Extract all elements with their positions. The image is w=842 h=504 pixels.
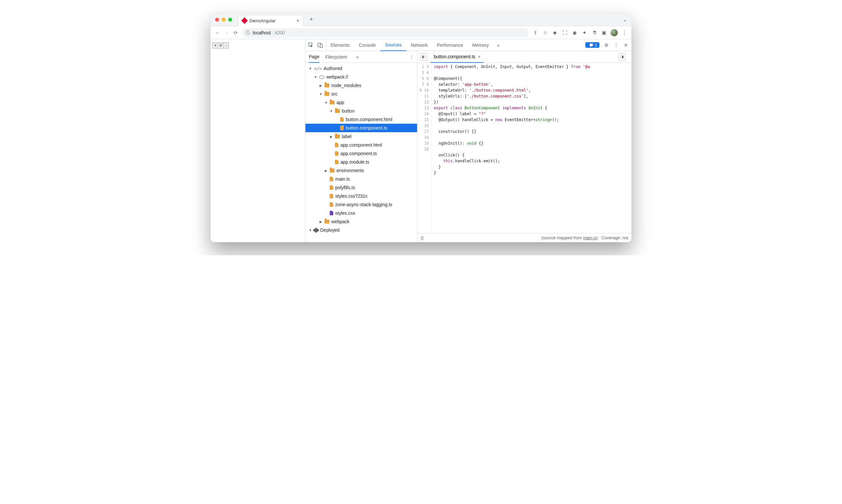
toggle-debugger-icon[interactable]: ◨ (619, 53, 626, 60)
close-window-icon[interactable] (215, 18, 219, 22)
settings-icon[interactable]: ⚙ (603, 42, 609, 48)
share-icon[interactable]: ⇪ (532, 30, 539, 36)
tree-item-label: Deployed (320, 228, 340, 233)
traffic-lights (215, 18, 232, 22)
device-toolbar-icon[interactable] (317, 42, 323, 48)
tree-webpack-folder[interactable]: ▶ webpack (305, 217, 417, 226)
editor-tab[interactable]: button.component.ts × (430, 51, 484, 63)
coverage-label: Coverage: n/a (602, 235, 628, 240)
tree-item-label: webpack (331, 219, 349, 224)
tree-button-component-html[interactable]: button.component.html (305, 115, 417, 124)
tree-node-modules[interactable]: ▶ node_modules (305, 81, 417, 90)
sources-panel: Page Filesystem » ⋮ ▼ </> Authored ▼ web… (305, 51, 631, 242)
tree-item-label: app.component.ts (340, 151, 377, 156)
tab-performance[interactable]: Performance (432, 39, 467, 51)
file-icon (330, 194, 333, 198)
tree-item-label: label (342, 134, 352, 139)
tree-item-label: src (331, 91, 338, 96)
tree-app-component-ts[interactable]: app.component.ts (305, 149, 417, 158)
file-icon (330, 185, 333, 190)
minimize-window-icon[interactable] (222, 18, 226, 22)
tree-item-label: button (342, 108, 355, 113)
nav-more-icon[interactable]: » (355, 54, 360, 60)
folder-icon (324, 84, 329, 87)
code-editor[interactable]: import { Component, OnInit, Input, Outpu… (432, 63, 631, 233)
disclosure-icon: ▼ (319, 92, 322, 96)
extension-icon-3[interactable]: ◉ (571, 30, 578, 36)
folder-icon (324, 220, 329, 223)
tree-app[interactable]: ▼ app (305, 98, 417, 107)
disclosure-icon: ▼ (309, 67, 312, 70)
maximize-window-icon[interactable] (228, 18, 232, 22)
tree-item-label: button.component.ts (346, 125, 387, 130)
nav-tab-filesystem[interactable]: Filesystem (325, 51, 347, 62)
close-tab-icon[interactable]: × (297, 18, 299, 23)
browser-tab-title: DemoAngular (249, 18, 276, 23)
tree-environments[interactable]: ▶ environments (305, 166, 417, 175)
sidepanel-icon[interactable]: ▣ (601, 30, 607, 36)
window-collapse-icon[interactable]: ⌄ (623, 17, 627, 22)
tree-styles-css[interactable]: styles.css (305, 209, 417, 217)
tab-memory[interactable]: Memory (468, 39, 494, 51)
bookmark-icon[interactable]: ☆ (542, 30, 548, 36)
disclosure-icon: ▼ (314, 75, 317, 79)
browser-tab[interactable]: DemoAngular × (238, 15, 303, 26)
reload-button[interactable]: ⟳ (233, 30, 239, 35)
tree-src[interactable]: ▼ src (305, 90, 417, 98)
minus-button[interactable]: - (223, 42, 229, 49)
disclosure-icon: ▶ (319, 84, 322, 87)
more-tabs-icon[interactable]: » (495, 42, 501, 48)
tab-network[interactable]: Network (406, 39, 432, 51)
tree-webpack-origin[interactable]: ▼ webpack:// (305, 73, 417, 81)
close-editor-tab-icon[interactable]: × (478, 54, 481, 59)
disclosure-icon: ▶ (324, 169, 328, 173)
profile-avatar[interactable] (611, 29, 618, 36)
tree-button-folder[interactable]: ▼ button (305, 107, 417, 115)
tree-zone[interactable]: zone-async-stack-tagging.ts (305, 200, 417, 209)
deployed-icon (312, 228, 320, 233)
tree-authored[interactable]: ▼ </> Authored (305, 64, 417, 73)
tree-label-folder[interactable]: ▶ label (305, 132, 417, 141)
tree-item-label: app.module.ts (340, 159, 369, 165)
counter-widget: + 0 - (213, 42, 303, 49)
url-port: :4200 (273, 30, 285, 35)
extensions-menu-icon[interactable]: ✦ (581, 30, 588, 36)
pretty-print-icon[interactable]: {} (421, 235, 424, 240)
tree-item-label: polyfills.ts (335, 185, 355, 190)
file-icon (330, 211, 333, 215)
tree-item-label: node_modules (331, 83, 361, 88)
plus-button[interactable]: + (213, 42, 218, 49)
tree-main-ts[interactable]: main.ts (305, 175, 417, 183)
tree-deployed[interactable]: ▼ Deployed (305, 226, 417, 234)
labs-icon[interactable]: ⚗ (591, 30, 597, 36)
tab-elements[interactable]: Elements (326, 39, 354, 51)
tree-styles-hash[interactable]: styles.css?231c (305, 192, 417, 200)
disclosure-icon: ▼ (330, 109, 333, 113)
tree-item-label: app (337, 100, 344, 105)
tree-app-module[interactable]: app.module.ts (305, 158, 417, 166)
site-info-icon[interactable]: ⓘ (246, 30, 250, 36)
disclosure-icon: ▶ (330, 135, 333, 139)
nav-tab-page[interactable]: Page (309, 51, 320, 63)
toggle-navigator-icon[interactable]: ◧ (420, 53, 427, 60)
issues-badge[interactable]: 1 (585, 42, 599, 48)
devtools-menu-icon[interactable]: ⋮ (613, 42, 619, 48)
extension-icon-2[interactable]: ⛶ (561, 30, 568, 36)
authored-icon: </> (314, 66, 321, 71)
tree-app-component-html[interactable]: app.component.html (305, 141, 417, 149)
new-tab-button[interactable]: + (307, 15, 316, 24)
tree-button-component-ts[interactable]: button.component.ts (305, 124, 417, 132)
content-area: + 0 - Elements Console Sources Net (211, 39, 631, 242)
inspect-element-icon[interactable] (308, 42, 314, 48)
tab-console[interactable]: Console (354, 39, 380, 51)
chrome-menu-icon[interactable]: ⋮ (621, 30, 628, 36)
sourcemap-link[interactable]: main.js (583, 235, 596, 240)
tree-polyfills[interactable]: polyfills.ts (305, 183, 417, 192)
extension-icon-1[interactable]: ☻ (552, 30, 558, 36)
file-icon (340, 126, 344, 130)
close-devtools-icon[interactable]: ✕ (623, 42, 629, 48)
address-bar[interactable]: ⓘ localhost:4200 (242, 28, 529, 37)
back-button[interactable]: ← (214, 30, 220, 35)
navigator-menu-icon[interactable]: ⋮ (409, 54, 414, 59)
tab-sources[interactable]: Sources (380, 40, 406, 51)
